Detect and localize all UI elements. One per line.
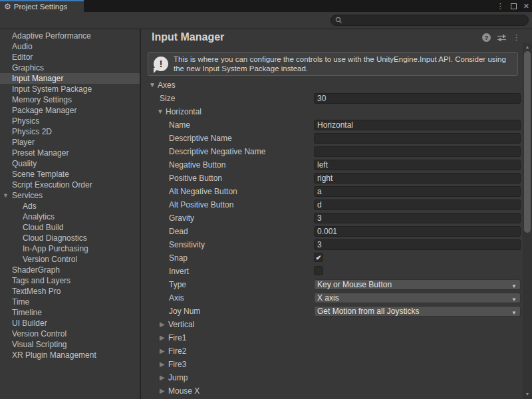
info-text: This is where you can configure the cont… <box>174 55 512 73</box>
foldout-closed-icon[interactable]: ▶ <box>160 321 165 328</box>
foldout-closed-icon[interactable]: ▶ <box>160 360 165 368</box>
sidebar-item-physics-2d[interactable]: Physics 2D <box>0 126 140 137</box>
gear-icon: ⚙ <box>4 3 11 11</box>
sidebar-item-cloud-diagnostics[interactable]: Cloud Diagnostics <box>0 233 140 243</box>
foldout-closed-icon[interactable]: ▶ <box>160 347 165 354</box>
sidebar-item-script-execution-order[interactable]: Script Execution Order <box>0 180 140 190</box>
scroll-down-icon[interactable]: ▼ <box>523 391 532 398</box>
sidebar-item-editor[interactable]: Editor <box>0 52 140 63</box>
sidebar-item-scene-template[interactable]: Scene Template <box>0 169 140 180</box>
sidebar-item-audio[interactable]: Audio <box>0 41 140 52</box>
window-menu-icon[interactable]: ⋮ <box>497 2 504 11</box>
sidebar-item-timeline[interactable]: Timeline <box>0 307 140 318</box>
help-icon[interactable]: ? <box>482 33 491 42</box>
foldout-label: Jump <box>168 373 188 382</box>
fire1-foldout[interactable]: ▶ Fire1 <box>141 331 523 344</box>
negative-button-field[interactable] <box>314 160 521 170</box>
joy-num-dropdown[interactable]: Get Motion from all Joysticks ▼ <box>314 306 521 317</box>
sidebar-item-services[interactable]: ▼ Services <box>0 190 140 201</box>
tab-project-settings[interactable]: ⚙ Project Settings <box>0 0 84 12</box>
sidebar-item-version-control[interactable]: Version Control <box>0 329 140 339</box>
dead-field[interactable] <box>314 226 521 237</box>
foldout-open-icon[interactable]: ▼ <box>3 190 9 201</box>
sensitivity-field[interactable] <box>314 239 521 250</box>
mouse-x-foldout[interactable]: ▶ Mouse X <box>141 384 523 398</box>
scroll-up-icon[interactable]: ▲ <box>523 44 532 51</box>
presets-icon[interactable] <box>497 34 506 42</box>
snap-checkbox[interactable]: ✔ <box>314 253 323 262</box>
maximize-icon[interactable] <box>511 3 517 9</box>
foldout-closed-icon[interactable]: ▶ <box>160 387 165 394</box>
field-label: Gravity <box>169 213 194 223</box>
sidebar-item-ui-builder[interactable]: UI Builder <box>0 318 140 329</box>
chevron-down-icon: ▼ <box>511 282 517 291</box>
close-icon[interactable]: ✕ <box>523 2 529 11</box>
sidebar-item-cloud-build[interactable]: Cloud Build <box>0 222 140 233</box>
fire3-foldout[interactable]: ▶ Fire3 <box>141 358 523 371</box>
horizontal-foldout[interactable]: ▼ Horizontal <box>141 105 523 118</box>
dropdown-value: X axis <box>317 293 339 303</box>
sidebar-item-tags-and-layers[interactable]: Tags and Layers <box>0 275 140 286</box>
sidebar-item-ads[interactable]: Ads <box>0 201 140 211</box>
descriptive-name-row: Descriptive Name <box>141 132 523 145</box>
descriptive-negative-name-row: Descriptive Negative Name <box>141 145 523 158</box>
foldout-label: Horizontal <box>166 107 201 116</box>
name-field[interactable] <box>314 120 521 130</box>
sensitivity-row: Sensitivity <box>141 238 523 251</box>
info-icon: ! <box>154 57 168 71</box>
invert-checkbox[interactable] <box>314 266 323 275</box>
fire2-foldout[interactable]: ▶ Fire2 <box>141 344 523 358</box>
sidebar-item-graphics[interactable]: Graphics <box>0 63 140 73</box>
sidebar-item-in-app-purchasing[interactable]: In-App Purchasing <box>0 243 140 254</box>
alt-negative-button-field[interactable] <box>314 186 521 197</box>
axis-dropdown[interactable]: X axis ▼ <box>314 293 521 303</box>
axes-foldout[interactable]: ▼ Axes <box>141 78 523 92</box>
sidebar-item-preset-manager[interactable]: Preset Manager <box>0 148 140 158</box>
field-label: Name <box>169 120 190 130</box>
sidebar-item-analytics[interactable]: Analytics <box>0 211 140 222</box>
foldout-open-icon[interactable]: ▼ <box>149 81 156 88</box>
foldout-label: Axes <box>158 80 176 90</box>
sidebar-item-quality[interactable]: Quality <box>0 158 140 169</box>
sidebar-item-input-manager[interactable]: Input Manager <box>0 73 140 84</box>
descriptive-negative-name-field[interactable] <box>314 146 521 157</box>
positive-button-field[interactable] <box>314 173 521 184</box>
scrollbar-thumb[interactable] <box>524 51 531 233</box>
sidebar-item-xr-plugin-management[interactable]: XR Plugin Management <box>0 350 140 360</box>
info-banner: ! This is where you can configure the co… <box>148 52 518 76</box>
type-dropdown[interactable]: Key or Mouse Button ▼ <box>314 279 521 290</box>
search-input[interactable] <box>345 17 524 25</box>
field-label: Axis <box>169 293 184 303</box>
sidebar-item-physics[interactable]: Physics <box>0 116 140 126</box>
search-box[interactable] <box>331 15 529 26</box>
size-field[interactable] <box>314 93 521 104</box>
sidebar-item-memory-settings[interactable]: Memory Settings <box>0 94 140 105</box>
field-label: Size <box>160 94 175 103</box>
jump-foldout[interactable]: ▶ Jump <box>141 371 523 384</box>
gravity-field[interactable] <box>314 213 521 223</box>
axis-row: Axis X axis ▼ <box>141 291 523 305</box>
sidebar-item-player[interactable]: Player <box>0 137 140 148</box>
sidebar-item-input-system-package[interactable]: Input System Package <box>0 84 140 94</box>
vertical-scrollbar[interactable]: ▲ ▼ <box>523 43 532 399</box>
field-label: Alt Positive Button <box>169 200 233 209</box>
foldout-open-icon[interactable]: ▼ <box>157 108 164 115</box>
foldout-closed-icon[interactable]: ▶ <box>160 334 165 341</box>
sidebar-item-adaptive-performance[interactable]: Adaptive Performance <box>0 31 140 41</box>
field-label: Invert <box>169 267 189 276</box>
descriptive-name-field[interactable] <box>314 133 521 144</box>
sidebar-item-time[interactable]: Time <box>0 297 140 307</box>
sidebar-item-package-manager[interactable]: Package Manager <box>0 105 140 116</box>
foldout-label: Fire2 <box>168 346 186 356</box>
sidebar-item-visual-scripting[interactable]: Visual Scripting <box>0 339 140 350</box>
sidebar-item-shadergraph[interactable]: ShaderGraph <box>0 265 140 275</box>
tab-bar: ⚙ Project Settings ⋮ ✕ <box>0 0 532 12</box>
negative-button-row: Negative Button <box>141 158 523 172</box>
vertical-foldout[interactable]: ▶ Vertical <box>141 318 523 331</box>
foldout-closed-icon[interactable]: ▶ <box>160 374 165 381</box>
alt-positive-button-field[interactable] <box>314 200 521 210</box>
dropdown-value: Key or Mouse Button <box>317 280 392 289</box>
panel-menu-icon[interactable]: ⋮ <box>513 33 520 42</box>
sidebar-item-version-control-service[interactable]: Version Control <box>0 254 140 265</box>
sidebar-item-textmesh-pro[interactable]: TextMesh Pro <box>0 286 140 297</box>
